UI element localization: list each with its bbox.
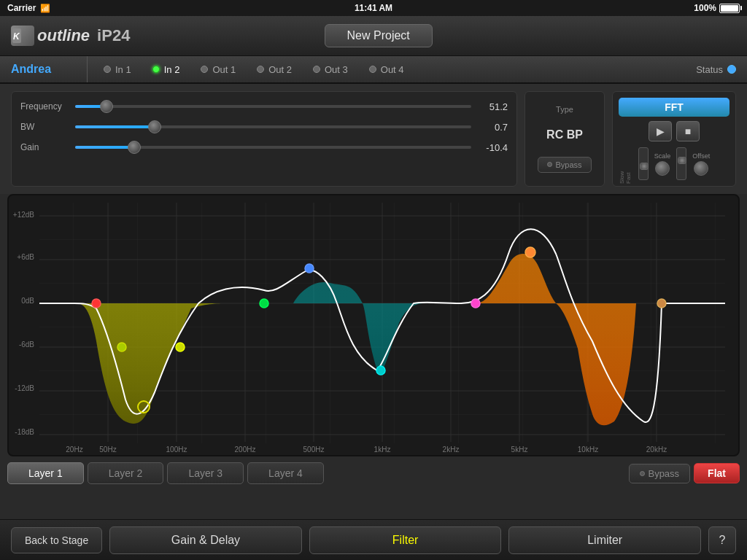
svg-text:20Hz: 20Hz <box>66 446 82 454</box>
tab-dot-out2 <box>257 66 264 73</box>
fft-slider-2[interactable] <box>676 147 686 180</box>
play-button[interactable]: ▶ <box>649 121 672 141</box>
eq-point-brown <box>657 299 666 308</box>
sliders-panel: Frequency 51.2 BW 0.7 <box>11 91 517 187</box>
gain-delay-button[interactable]: Gain & Delay <box>109 526 302 554</box>
svg-text:-12dB: -12dB <box>15 384 34 392</box>
status-label: Status <box>696 64 723 75</box>
fft-slider-1[interactable] <box>638 147 649 180</box>
help-icon: ? <box>719 534 726 547</box>
svg-text:+12dB: +12dB <box>13 211 35 219</box>
bw-value: 0.7 <box>471 122 508 133</box>
tab-dot-out3 <box>313 66 320 73</box>
layer-bypass-dot <box>640 471 645 476</box>
tab-in1[interactable]: In 1 <box>95 61 140 78</box>
frequency-label: Frequency <box>20 101 75 112</box>
type-label: Type <box>556 105 573 114</box>
main-content: Frequency 51.2 BW 0.7 <box>0 84 747 519</box>
layer-tab-4[interactable]: Layer 4 <box>247 462 324 484</box>
offset-label: Offset <box>692 152 710 160</box>
logo-outline: outline <box>37 26 90 45</box>
svg-text:+6dB: +6dB <box>17 253 34 261</box>
bypass-label: Bypass <box>555 160 581 169</box>
svg-text:20kHz: 20kHz <box>646 446 667 454</box>
tab-label-in2: In 2 <box>164 64 180 75</box>
tab-label-out2: Out 2 <box>268 64 292 75</box>
layer-tab-1[interactable]: Layer 1 <box>7 462 84 484</box>
back-to-stage-button[interactable]: Back to Stage <box>11 527 102 553</box>
status-button[interactable]: Status <box>696 64 736 75</box>
layer-bypass-label: Bypass <box>648 468 679 479</box>
bw-track[interactable] <box>75 120 471 134</box>
eq-chart[interactable]: +12dB +6dB 0dB -6dB -12dB -18dB <box>7 194 740 456</box>
eq-point-yellow-left <box>117 343 126 351</box>
bw-label: BW <box>20 122 75 132</box>
bypass-indicator <box>547 162 552 167</box>
eq-point-blue <box>305 264 314 273</box>
status-bar: Carrier 📶 11:41 AM 100% <box>0 0 747 16</box>
tab-dot-in1 <box>104 66 111 73</box>
stop-button[interactable]: ■ <box>676 121 700 141</box>
logo-icon: K <box>11 26 34 46</box>
tab-out2[interactable]: Out 2 <box>248 61 301 78</box>
eq-point-pink <box>471 299 480 308</box>
tab-dot-out1 <box>201 66 208 73</box>
type-panel: Type RC BP Bypass <box>525 91 605 187</box>
tab-label-out1: Out 1 <box>212 64 236 75</box>
fft-thumb-1 <box>640 163 649 170</box>
scale-knob[interactable] <box>655 161 670 176</box>
scale-wrap: Scale <box>654 152 671 176</box>
tab-dot-in2 <box>152 66 160 73</box>
layer-tab-3[interactable]: Layer 3 <box>167 462 244 484</box>
eq-point-cyan <box>376 366 385 375</box>
svg-text:200Hz: 200Hz <box>235 446 256 454</box>
svg-text:-6dB: -6dB <box>19 341 34 349</box>
bottom-nav: Back to Stage Gain & Delay Filter Limite… <box>0 519 747 560</box>
stop-icon: ■ <box>685 125 691 137</box>
layer-tab-2[interactable]: Layer 2 <box>88 462 164 484</box>
type-value: RC BP <box>546 128 583 141</box>
flat-button[interactable]: Flat <box>694 463 740 483</box>
gain-track[interactable] <box>75 140 471 155</box>
svg-text:50Hz: 50Hz <box>99 446 116 454</box>
channel-name: Andrea <box>0 56 88 82</box>
help-button[interactable]: ? <box>708 526 736 554</box>
fft-thumb-2 <box>678 157 686 164</box>
status-indicator <box>727 65 736 74</box>
transport-buttons: ▶ ■ <box>619 121 729 141</box>
tab-out1[interactable]: Out 1 <box>192 61 244 78</box>
fft-button[interactable]: FFT <box>619 98 729 117</box>
eq-point-yellow-right <box>176 343 185 351</box>
logo-ip24: iP24 <box>97 26 130 45</box>
battery-icon <box>719 4 740 13</box>
eq-point-orange <box>525 247 535 257</box>
eq-svg: +12dB +6dB 0dB -6dB -12dB -18dB <box>9 195 738 455</box>
tab-dot-out4 <box>369 66 376 73</box>
svg-text:0dB: 0dB <box>21 297 34 305</box>
tab-out3[interactable]: Out 3 <box>304 61 357 78</box>
svg-text:10kHz: 10kHz <box>578 446 598 454</box>
layer-tabs: Layer 1 Layer 2 Layer 3 Layer 4 Bypass F… <box>0 456 747 490</box>
tab-out4[interactable]: Out 4 <box>360 61 413 78</box>
filter-button[interactable]: Filter <box>309 526 502 554</box>
svg-text:1kHz: 1kHz <box>374 446 391 454</box>
carrier-label: Carrier <box>7 3 36 13</box>
svg-text:100Hz: 100Hz <box>166 446 187 454</box>
tab-label-in1: In 1 <box>115 64 131 75</box>
gain-value: -10.4 <box>471 142 508 153</box>
project-name-button[interactable]: New Project <box>325 24 433 47</box>
svg-text:-18dB: -18dB <box>15 428 34 436</box>
tab-label-out4: Out 4 <box>381 64 404 75</box>
frequency-value: 51.2 <box>471 101 508 112</box>
play-icon: ▶ <box>657 125 665 137</box>
limiter-button[interactable]: Limiter <box>508 526 701 554</box>
tab-in2[interactable]: In 2 <box>144 61 189 78</box>
layer-bypass-button[interactable]: Bypass <box>629 464 690 483</box>
eq-point-green <box>260 299 268 308</box>
gain-slider-row: Gain -10.4 <box>20 140 508 155</box>
offset-wrap: Offset <box>692 152 710 176</box>
bypass-button[interactable]: Bypass <box>538 157 591 173</box>
svg-text:5kHz: 5kHz <box>511 446 528 454</box>
offset-knob[interactable] <box>694 161 708 176</box>
frequency-track[interactable] <box>75 99 471 114</box>
